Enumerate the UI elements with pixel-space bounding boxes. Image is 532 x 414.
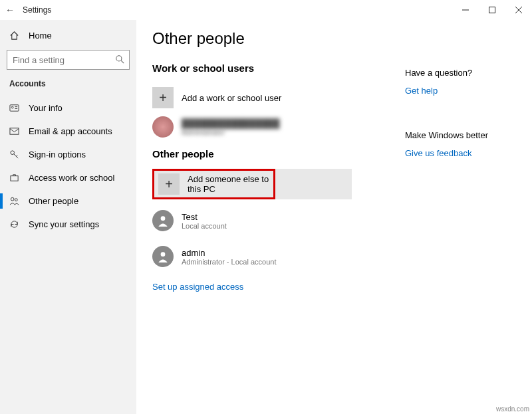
aside: Have a question? Get help Make Windows b… xyxy=(405,29,518,414)
user-row-admin[interactable]: admin Administrator - Local account xyxy=(152,242,405,271)
mail-icon xyxy=(9,126,19,136)
user-role: Administrator xyxy=(182,128,279,136)
window-title: Settings xyxy=(23,5,51,15)
user-role: Local account xyxy=(182,222,227,230)
person-card-icon xyxy=(9,103,19,113)
sidebar-item-signin[interactable]: Sign-in options xyxy=(0,143,136,166)
question-heading: Have a question? xyxy=(405,68,518,78)
user-name: ████████████████ xyxy=(182,118,279,128)
feedback-link[interactable]: Give us feedback xyxy=(405,148,471,158)
sidebar: Home Accounts Your info Email & app acco… xyxy=(0,20,136,414)
work-heading: Work or school users xyxy=(152,62,405,74)
back-button[interactable]: ← xyxy=(5,5,15,15)
titlebar: ← Settings xyxy=(0,0,532,20)
user-row-test[interactable]: Test Local account xyxy=(152,206,405,235)
svg-line-5 xyxy=(121,60,124,63)
svg-point-17 xyxy=(161,216,166,221)
user-name: Test xyxy=(182,212,227,222)
section-label: Accounts xyxy=(0,79,136,96)
svg-rect-10 xyxy=(10,128,19,134)
svg-point-7 xyxy=(11,106,13,108)
add-someone-button[interactable]: + Add someone else to this PC xyxy=(152,169,275,199)
search-input[interactable] xyxy=(7,50,130,70)
maximize-button[interactable] xyxy=(479,0,505,20)
sidebar-item-work[interactable]: Access work or school xyxy=(0,166,136,189)
svg-line-12 xyxy=(14,154,19,159)
other-heading: Other people xyxy=(152,148,405,159)
assigned-access-link[interactable]: Set up assigned access xyxy=(152,282,243,292)
svg-rect-14 xyxy=(11,176,18,181)
people-icon xyxy=(9,196,19,206)
avatar xyxy=(152,116,174,138)
plus-icon: + xyxy=(158,173,180,195)
nav-label: Your info xyxy=(29,103,63,113)
avatar xyxy=(152,210,174,231)
feedback-heading: Make Windows better xyxy=(405,130,518,140)
existing-work-user[interactable]: ████████████████ Administrator xyxy=(152,112,405,142)
user-role: Administrator - Local account xyxy=(182,258,276,266)
close-button[interactable] xyxy=(505,0,532,20)
nav-label: Other people xyxy=(29,196,78,206)
home-button[interactable]: Home xyxy=(0,25,136,46)
nav-label: Sync your settings xyxy=(29,219,99,229)
avatar xyxy=(152,246,174,267)
minimize-button[interactable] xyxy=(452,0,479,20)
add-work-user-button[interactable]: + Add a work or school user xyxy=(152,83,405,112)
svg-point-18 xyxy=(161,252,166,257)
sidebar-item-your-info[interactable]: Your info xyxy=(0,96,136,120)
svg-point-16 xyxy=(15,199,17,201)
watermark: wsxdn.com xyxy=(496,405,529,413)
user-name: admin xyxy=(182,248,276,258)
home-icon xyxy=(9,31,19,41)
add-work-label: Add a work or school user xyxy=(182,93,281,103)
svg-point-4 xyxy=(116,56,122,61)
svg-rect-6 xyxy=(10,105,19,111)
nav-label: Access work or school xyxy=(29,173,114,183)
svg-point-15 xyxy=(11,197,14,201)
nav-label: Sign-in options xyxy=(29,150,86,159)
sidebar-item-other-people[interactable]: Other people xyxy=(0,189,136,213)
sidebar-item-email[interactable]: Email & app accounts xyxy=(0,120,136,143)
get-help-link[interactable]: Get help xyxy=(405,86,438,96)
home-label: Home xyxy=(29,31,52,41)
svg-line-13 xyxy=(16,155,17,156)
briefcase-icon xyxy=(9,173,19,183)
sidebar-item-sync[interactable]: Sync your settings xyxy=(0,213,136,236)
sync-icon xyxy=(9,219,19,229)
key-icon xyxy=(9,150,19,159)
page-title: Other people xyxy=(152,29,405,48)
svg-rect-1 xyxy=(489,7,495,13)
plus-icon: + xyxy=(152,87,174,108)
nav-label: Email & app accounts xyxy=(29,126,112,136)
search-icon xyxy=(116,55,124,64)
add-someone-label: Add someone else to this PC xyxy=(188,174,273,194)
main-content: Other people Work or school users + Add … xyxy=(152,29,405,414)
